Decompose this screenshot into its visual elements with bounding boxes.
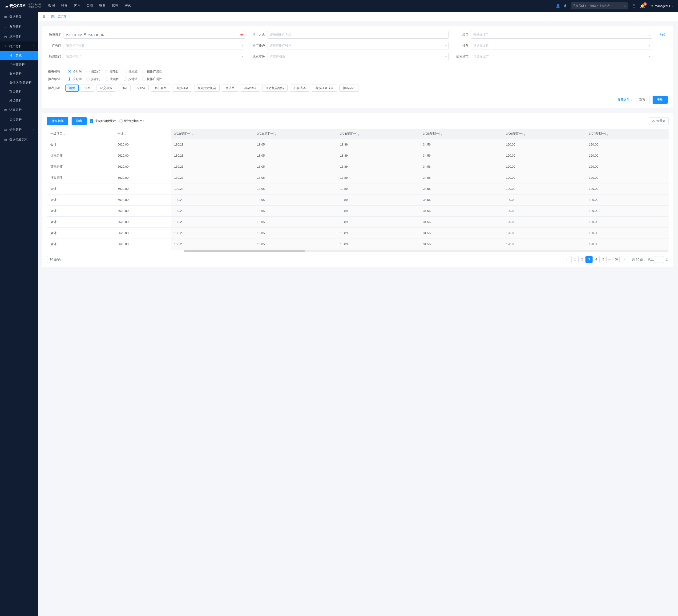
- deleted-checkbox[interactable]: 统计已删除用户: [119, 119, 146, 123]
- table-header[interactable]: 一级项目▴▾: [47, 129, 114, 139]
- page-button[interactable]: 1: [571, 256, 578, 263]
- page-button[interactable]: 3: [586, 256, 593, 263]
- topnav-item[interactable]: 财务: [99, 4, 106, 8]
- metric-tag[interactable]: ARPU: [133, 84, 149, 91]
- radio-option[interactable]: 按地域: [124, 77, 138, 81]
- bell-icon[interactable]: 🔔5: [640, 4, 645, 8]
- page-last-button[interactable]: 50: [612, 256, 619, 263]
- table-header[interactable]: 3/03(星期一)▴▾: [254, 129, 337, 139]
- hamburger-icon[interactable]: ☰: [40, 14, 48, 19]
- topnav-item[interactable]: 数据: [48, 4, 55, 8]
- city-select[interactable]: 请选择城市▾: [471, 53, 652, 60]
- phone-icon[interactable]: ✆: [564, 4, 567, 8]
- table-cell: 13.89: [337, 172, 419, 183]
- radio-option[interactable]: 按部门: [86, 69, 100, 74]
- topnav-item[interactable]: 报名: [124, 4, 131, 8]
- prev-page-button[interactable]: ‹: [563, 256, 570, 263]
- close-icon[interactable]: ✕: [68, 14, 70, 17]
- topnav-item[interactable]: 客户: [74, 4, 80, 8]
- metric-tag[interactable]: 机会销转: [240, 84, 260, 92]
- account-select[interactable]: 请选择推广账户▾: [267, 42, 449, 49]
- sidebar-sub-item[interactable]: 站点分析: [0, 96, 38, 105]
- next-page-button[interactable]: ›: [621, 256, 628, 263]
- sidebar-item[interactable]: ◷成本分析: [0, 32, 38, 41]
- topnav-item[interactable]: 线索: [61, 4, 68, 8]
- metric-tag[interactable]: 消费: [66, 84, 79, 92]
- logo[interactable]: ☁ 云朵CRM 教育机构一站式服务云平台: [5, 3, 41, 8]
- metric-tag[interactable]: 反馈无效机会: [194, 84, 220, 92]
- table-header[interactable]: 3/04(星期一)▴▾: [337, 129, 419, 139]
- set-columns-button[interactable]: ⚙设置列: [649, 117, 669, 125]
- radio-option[interactable]: 按项目: [105, 69, 119, 74]
- cash-checkbox[interactable]: ✓按现金消费统计: [90, 119, 116, 123]
- table-header[interactable]: 合计▴▾: [114, 129, 171, 139]
- table-header[interactable]: 3/06(星期一)▴▾: [502, 129, 586, 139]
- sidebar-sub-item[interactable]: 广告商分析: [0, 60, 38, 69]
- metric-tag[interactable]: 流水: [81, 84, 94, 92]
- date-range-picker[interactable]: 2021-03-02 至 2021-03-16 📅: [64, 31, 245, 39]
- expand-conditions-link[interactable]: 展开条件 ▾: [617, 98, 632, 102]
- mobile-icon[interactable]: 📱: [632, 4, 636, 8]
- search-icon[interactable]: ⌕: [621, 4, 628, 8]
- table-header[interactable]: 3/02(星期一)▴▾: [171, 129, 254, 139]
- radio-option[interactable]: 按推广属性: [142, 77, 162, 81]
- table-cell: 120.00: [502, 183, 586, 194]
- sidebar-sub-item[interactable]: 项目分析: [0, 87, 38, 96]
- radio-option[interactable]: 按推广属性: [142, 69, 162, 74]
- sort-icon: ▴▾: [64, 134, 65, 136]
- table-header[interactable]: 3/05(星期一)▴▾: [420, 129, 502, 139]
- sidebar-item[interactable]: ✆访客分析: [0, 105, 38, 115]
- sidebar-item-icon: ⑂: [4, 25, 7, 29]
- page-button[interactable]: 2: [578, 256, 586, 263]
- user-icon[interactable]: 👤: [556, 4, 560, 8]
- switch-axis-button[interactable]: 横纵切换: [47, 117, 68, 125]
- radio-option[interactable]: 按时间: [68, 77, 82, 81]
- page-button[interactable]: 4: [593, 256, 600, 263]
- project-select[interactable]: 请选择项目▾: [471, 31, 652, 39]
- promo-method-select[interactable]: 请选择推广方式▾: [267, 31, 449, 39]
- metric-tag[interactable]: 有效机会: [173, 84, 192, 92]
- page-button[interactable]: 5: [600, 256, 607, 263]
- metric-tag[interactable]: 成交单数: [97, 84, 116, 92]
- sidebar-sub-item[interactable]: 关键词/创意分析: [0, 78, 38, 87]
- page-size-select[interactable]: 10 条/页▾: [47, 256, 66, 263]
- sidebar-item[interactable]: ⌕渠道分析: [0, 115, 38, 125]
- tab-active[interactable]: 推广总预览 ✕: [48, 12, 73, 21]
- radio-option[interactable]: 按部门: [86, 77, 100, 81]
- metric-tag[interactable]: ROI: [118, 84, 130, 91]
- sidebar-sub-item[interactable]: 账户分析: [0, 69, 38, 78]
- metric-tag[interactable]: 机会成本: [290, 84, 309, 92]
- metric-tag[interactable]: 报名成功: [339, 84, 359, 92]
- search-type-select[interactable]: 手机号码▾: [571, 4, 588, 8]
- dept-select[interactable]: 请选择部门▾: [64, 53, 245, 60]
- sidebar-item[interactable]: ⑂漏斗分析: [0, 22, 38, 32]
- export-button[interactable]: 导出: [72, 117, 87, 125]
- advertiser-select[interactable]: 请选择广告商▾: [64, 42, 245, 49]
- page-jump-input[interactable]: [655, 256, 664, 263]
- sidebar-sub-item[interactable]: 推广总览: [0, 51, 38, 60]
- radio-option[interactable]: 按地域: [124, 69, 138, 74]
- province-select[interactable]: 请选择省份▾: [267, 53, 449, 60]
- sidebar-item[interactable]: ⊞数据看版: [0, 12, 38, 22]
- collapse-link[interactable]: 收起 ˄: [659, 33, 668, 37]
- sidebar-item[interactable]: ◎销售分析˅: [0, 125, 38, 135]
- topnav-item[interactable]: 运营: [112, 4, 118, 8]
- reset-button[interactable]: 重置: [635, 96, 650, 104]
- sidebar-item[interactable]: ✎推广分析˄: [0, 41, 38, 51]
- metric-tag[interactable]: 有效机会成本: [312, 84, 337, 92]
- metric-tag[interactable]: 有效机会销转: [262, 84, 288, 92]
- user-menu[interactable]: manager11 ▾: [651, 4, 673, 8]
- metric-tag[interactable]: 回访数: [222, 84, 238, 92]
- query-button[interactable]: 查询: [652, 96, 668, 104]
- radio-option[interactable]: 按项目: [105, 77, 119, 81]
- device-select[interactable]: 请选择设备▾: [471, 42, 652, 49]
- chevron-down-icon: ▾: [445, 34, 447, 36]
- radio-option[interactable]: 按时间: [68, 69, 82, 74]
- metric-tag[interactable]: 新机会数: [151, 84, 170, 92]
- table-header[interactable]: 3/07(星期一)▴▾: [586, 129, 669, 139]
- topnav-item[interactable]: 公海: [86, 4, 93, 8]
- horizontal-scrollbar[interactable]: [184, 250, 669, 252]
- search-input[interactable]: [588, 4, 621, 7]
- sidebar-item[interactable]: ▦数据流转记录: [0, 135, 38, 145]
- account-label: 推广账户: [252, 43, 265, 48]
